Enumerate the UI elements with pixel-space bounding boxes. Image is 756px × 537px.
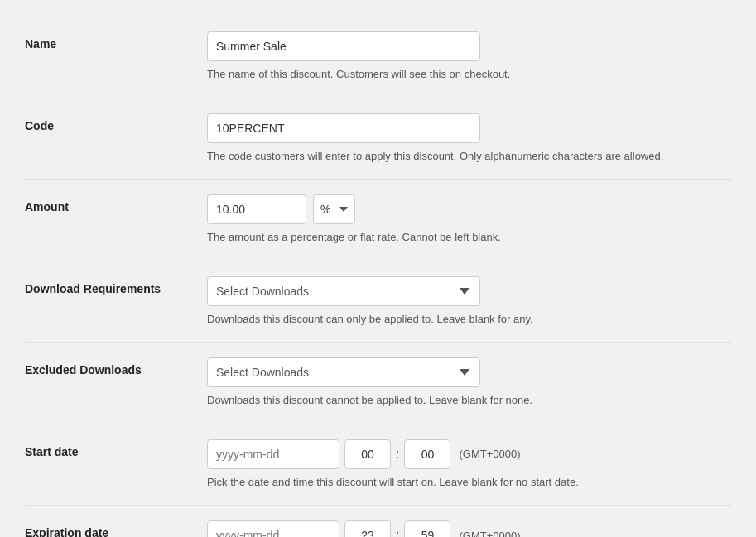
amount-inputs: % $ [207,194,731,224]
name-row: Name The name of this discount. Customer… [25,17,731,98]
code-field-group: The code customers will enter to apply t… [207,113,731,165]
start-date-inputs: : (GMT+0000) [207,439,731,469]
expiration-time-separator: : [396,528,399,537]
download-requirements-field-group: Select Downloads Downloads this discount… [207,276,731,328]
expiration-date-field-group: : (GMT+0000) [207,520,731,537]
expiration-hour-input[interactable] [344,520,391,537]
excluded-downloads-hint: Downloads this discount cannot be applie… [207,392,720,409]
code-hint: The code customers will enter to apply t… [207,148,720,165]
start-date-field-group: : (GMT+0000) Pick the date and time this… [207,439,731,491]
code-label: Code [25,113,207,132]
name-field-group: The name of this discount. Customers wil… [207,31,731,83]
code-input[interactable] [207,113,480,143]
expiration-date-label: Expiration date [25,520,207,537]
start-time-separator: : [396,447,399,462]
expiration-minute-input[interactable] [404,520,450,537]
download-requirements-label: Download Requirements [25,276,207,295]
excluded-downloads-label: Excluded Downloads [25,357,207,376]
amount-unit-select[interactable]: % $ [313,194,355,224]
excluded-downloads-field-group: Select Downloads Downloads this discount… [207,357,731,409]
name-hint: The name of this discount. Customers wil… [207,66,720,83]
expiration-date-inputs: : (GMT+0000) [207,520,731,537]
start-minute-input[interactable] [404,439,450,469]
start-date-row: Start date : (GMT+0000) Pick the date an… [25,424,731,506]
code-row: Code The code customers will enter to ap… [25,98,731,180]
excluded-downloads-select[interactable]: Select Downloads [207,357,480,387]
download-requirements-hint: Downloads this discount can only be appl… [207,311,720,328]
expiration-date-input[interactable] [207,520,339,537]
start-hour-input[interactable] [344,439,391,469]
start-date-label: Start date [25,439,207,458]
name-input[interactable] [207,31,480,61]
start-date-input[interactable] [207,439,339,469]
start-timezone: (GMT+0000) [459,448,520,460]
amount-label: Amount [25,194,207,213]
discount-form: Name The name of this discount. Customer… [0,0,756,537]
name-label: Name [25,31,207,50]
amount-input[interactable] [207,194,306,224]
amount-field-group: % $ The amount as a percentage or flat r… [207,194,731,246]
amount-row: Amount % $ The amount as a percentage or… [25,180,731,261]
excluded-downloads-row: Excluded Downloads Select Downloads Down… [25,343,731,424]
download-requirements-select[interactable]: Select Downloads [207,276,480,306]
expiration-timezone: (GMT+0000) [459,530,520,538]
download-requirements-row: Download Requirements Select Downloads D… [25,261,731,343]
start-date-hint: Pick the date and time this discount wil… [207,474,720,491]
amount-hint: The amount as a percentage or flat rate.… [207,229,720,246]
expiration-date-row: Expiration date : (GMT+0000) [25,506,731,537]
